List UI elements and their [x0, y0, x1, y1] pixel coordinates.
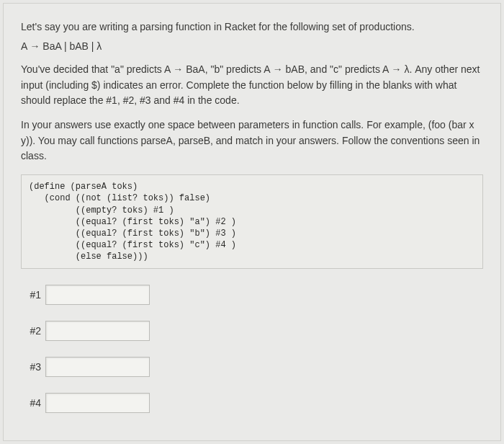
code-block: (define (parseA toks) (cond ((not (list?… [21, 174, 483, 269]
answer-row-4: #4 [21, 393, 483, 413]
answer-input-4[interactable] [45, 393, 150, 413]
answer-label-1: #1 [21, 289, 41, 301]
answer-input-2[interactable] [45, 321, 150, 341]
paragraph-2: In your answers use exactly one space be… [21, 117, 483, 164]
answer-label-3: #3 [21, 361, 41, 373]
answer-input-1[interactable] [45, 285, 150, 305]
answer-label-2: #2 [21, 325, 41, 337]
intro-text: Let's say you are writing a parsing func… [21, 19, 483, 35]
grammar-line: A → BaA | bAB | λ [21, 40, 483, 52]
answer-row-3: #3 [21, 357, 483, 377]
paragraph-1: You've decided that "a" predicts A → BaA… [21, 62, 483, 109]
answer-input-3[interactable] [45, 357, 150, 377]
answer-label-4: #4 [21, 397, 41, 409]
question-container: Let's say you are writing a parsing func… [3, 3, 501, 441]
answer-row-2: #2 [21, 321, 483, 341]
answer-row-1: #1 [21, 285, 483, 305]
